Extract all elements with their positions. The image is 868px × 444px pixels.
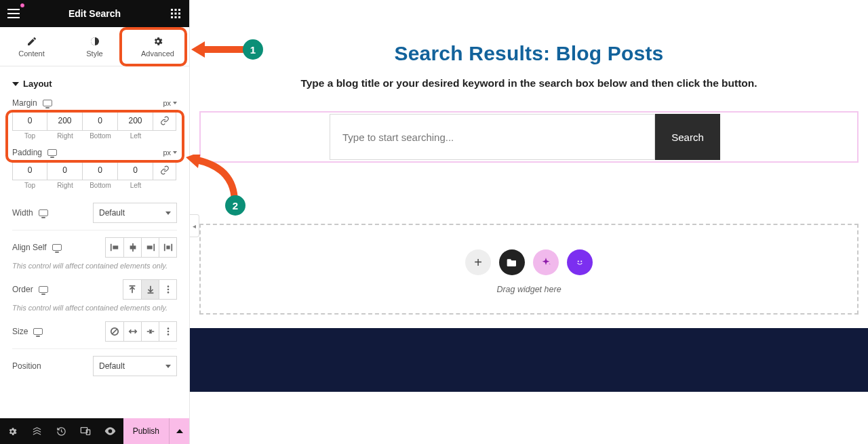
widgets-grid-button[interactable] (166, 4, 185, 23)
margin-right-caption: Right (47, 132, 83, 140)
svg-rect-13 (111, 244, 112, 251)
navigator-button[interactable] (24, 418, 49, 444)
publish-button[interactable]: Publish (123, 418, 169, 444)
order-label: Order (12, 285, 33, 294)
caret-down-icon (12, 82, 19, 86)
align-center-button[interactable] (123, 238, 141, 257)
margin-bottom-caption: Bottom (83, 132, 118, 140)
svg-rect-0 (7, 9, 20, 10)
position-label: Position (12, 361, 41, 371)
search-widget[interactable]: Type to start searching... Search (199, 111, 859, 163)
align-self-label: Align Self (12, 243, 47, 252)
svg-rect-4 (175, 9, 177, 11)
svg-rect-18 (146, 245, 152, 249)
size-more-button[interactable] (159, 322, 176, 341)
responsive-button[interactable] (73, 418, 98, 444)
margin-right-input[interactable] (47, 110, 83, 131)
padding-unit-select[interactable]: px (163, 148, 177, 157)
svg-rect-16 (130, 245, 136, 249)
align-end-button[interactable] (141, 238, 159, 257)
svg-point-25 (167, 289, 169, 291)
svg-point-34 (575, 258, 585, 268)
svg-point-36 (580, 260, 582, 262)
position-select[interactable]: Default (93, 356, 177, 376)
responsive-icon[interactable] (47, 149, 57, 156)
margin-bottom-input[interactable] (83, 110, 118, 131)
notification-dot-icon (20, 3, 25, 8)
publish-options-button[interactable] (169, 418, 189, 444)
padding-left-input[interactable] (118, 160, 153, 180)
padding-bottom-caption: Bottom (83, 182, 118, 189)
tab-style[interactable]: Style (63, 27, 126, 66)
size-label: Size (12, 327, 28, 336)
align-self-group (105, 237, 177, 258)
margin-unit-select[interactable]: px (163, 99, 177, 107)
svg-rect-2 (7, 17, 20, 18)
tab-content[interactable]: Content (0, 27, 63, 66)
svg-rect-7 (175, 13, 177, 15)
padding-right-caption: Right (47, 182, 83, 189)
folder-button[interactable] (499, 249, 525, 275)
svg-rect-21 (166, 245, 170, 249)
search-input[interactable]: Type to start searching... (330, 114, 655, 160)
svg-point-26 (167, 291, 169, 294)
settings-button[interactable] (0, 418, 24, 444)
svg-rect-3 (171, 9, 173, 11)
align-stretch-button[interactable] (159, 238, 176, 257)
size-group (105, 321, 177, 342)
drop-zone-label: Drag widget here (496, 285, 561, 294)
margin-left-caption: Left (118, 132, 153, 140)
svg-rect-22 (130, 285, 136, 287)
padding-right-input[interactable] (47, 160, 83, 180)
responsive-icon[interactable] (33, 328, 43, 335)
svg-point-29 (167, 327, 169, 329)
panel-title: Edit Search (68, 8, 121, 19)
size-grow-button[interactable] (123, 322, 141, 341)
section-layout-toggle[interactable]: Layout (0, 75, 189, 96)
svg-rect-9 (171, 16, 173, 18)
padding-top-caption: Top (12, 182, 47, 189)
section-layout-label: Layout (23, 79, 52, 89)
width-select[interactable]: Default (93, 203, 177, 223)
svg-line-28 (113, 329, 117, 334)
padding-link-button[interactable] (153, 160, 176, 180)
padding-label: Padding (12, 148, 42, 157)
svg-rect-14 (113, 245, 118, 249)
margin-link-button[interactable] (153, 110, 176, 131)
collapse-sidebar-button[interactable]: ◂ (190, 214, 199, 237)
margin-left-input[interactable] (118, 110, 153, 131)
align-start-button[interactable] (106, 238, 123, 257)
order-end-button[interactable] (141, 280, 159, 299)
search-button[interactable]: Search (655, 114, 720, 160)
preview-button[interactable] (98, 418, 122, 444)
order-more-button[interactable] (159, 280, 176, 299)
order-start-button[interactable] (123, 280, 141, 299)
ai-assistant-button[interactable] (567, 249, 593, 275)
drop-zone[interactable]: + Drag widget here (199, 224, 859, 315)
tab-advanced-label: Advanced (141, 49, 174, 58)
add-widget-button[interactable]: + (465, 249, 491, 275)
margin-top-input[interactable] (12, 110, 47, 131)
responsive-icon[interactable] (39, 209, 48, 216)
svg-rect-17 (153, 244, 155, 251)
padding-bottom-input[interactable] (83, 160, 118, 180)
menu-button[interactable] (4, 4, 23, 23)
responsive-icon[interactable] (39, 286, 48, 293)
svg-rect-6 (171, 13, 173, 15)
history-button[interactable] (49, 418, 73, 444)
size-shrink-button[interactable] (141, 322, 159, 341)
responsive-icon[interactable] (43, 100, 52, 106)
size-none-button[interactable] (106, 322, 123, 341)
responsive-icon[interactable] (52, 244, 62, 251)
align-self-note: This control will affect contained eleme… (0, 260, 189, 277)
svg-rect-11 (178, 16, 180, 18)
ai-sparkle-button[interactable] (533, 249, 559, 275)
order-group (123, 279, 177, 300)
svg-point-30 (167, 331, 169, 333)
padding-top-input[interactable] (12, 160, 47, 180)
svg-point-24 (167, 285, 169, 287)
margin-top-caption: Top (12, 132, 47, 140)
tab-content-label: Content (18, 49, 45, 58)
page-title: Search Results: Blog Posts (203, 42, 854, 65)
tab-advanced[interactable]: Advanced (126, 27, 189, 66)
